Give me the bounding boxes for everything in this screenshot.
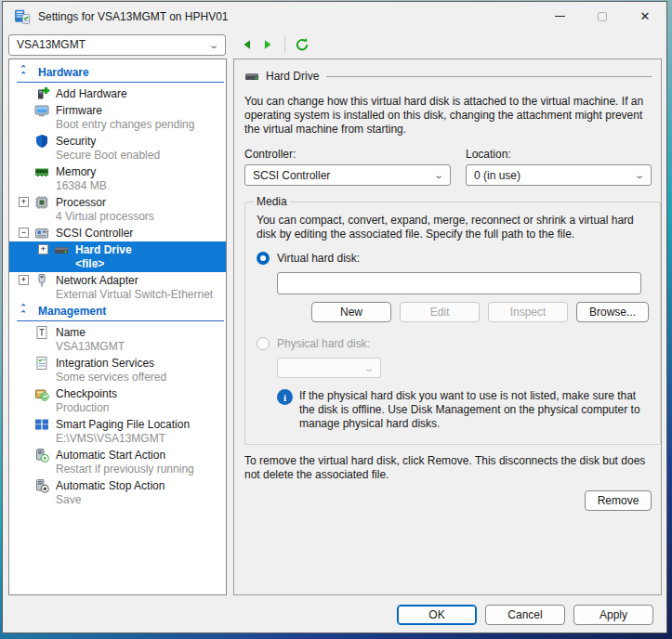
- sidebar-item-label: Name: [56, 325, 125, 340]
- sidebar-item-automatic-start-action[interactable]: +Automatic Start ActionRestart if previo…: [9, 447, 226, 477]
- close-icon: ✕: [640, 9, 651, 23]
- chevron-down-icon: ⌄: [634, 170, 645, 180]
- hyperv-settings-icon: [14, 8, 31, 25]
- sidebar-item-label: Memory: [56, 164, 107, 179]
- cancel-button[interactable]: Cancel: [485, 605, 565, 625]
- sidebar-item-checkpoints[interactable]: +CheckpointsProduction: [9, 385, 226, 416]
- location-value: 0 (in use): [474, 169, 520, 182]
- sidebar-item-label: Add Hardware: [56, 86, 127, 101]
- forward-icon: [261, 38, 274, 51]
- sidebar-item-add-hardware[interactable]: +Add Hardware: [9, 85, 226, 102]
- sidebar-item-label: Hard Drive: [75, 242, 132, 257]
- name-icon: [34, 325, 49, 340]
- hard-drive-settings-panel: Hard Drive You can change how this virtu…: [233, 59, 662, 595]
- integration-services-icon: [34, 356, 49, 371]
- new-button[interactable]: New: [311, 302, 391, 322]
- media-groupbox: Media You can compact, convert, expand, …: [244, 195, 661, 445]
- network-adapter-icon: [34, 273, 49, 288]
- media-legend: Media: [254, 195, 290, 208]
- location-select[interactable]: 0 (in use) ⌄: [466, 164, 652, 186]
- sidebar-item-sublabel: Boot entry changes pending: [56, 118, 194, 132]
- sidebar-item-processor[interactable]: +Processor4 Virtual processors: [9, 194, 226, 225]
- sidebar-item-sublabel: Save: [56, 493, 165, 507]
- sidebar-item-network-adapter[interactable]: +Network AdapterExternal Virtual Switch-…: [9, 272, 226, 303]
- remove-button[interactable]: Remove: [585, 490, 652, 511]
- sidebar-item-label: Integration Services: [56, 356, 166, 371]
- physical-hard-disk-radio: [257, 337, 270, 350]
- physical-disk-info-text: If the physical hard disk you want to us…: [299, 389, 649, 431]
- sidebar-item-label: SCSI Controller: [56, 226, 133, 241]
- intro-text: You can change how this virtual hard dis…: [244, 95, 650, 137]
- collapse-expander[interactable]: −: [19, 228, 29, 238]
- settings-navigation-tree: ⌃⌃Hardware+Add Hardware+FirmwareBoot ent…: [8, 59, 227, 595]
- maximize-button: [581, 2, 624, 31]
- virtual-hard-disk-label: Virtual hard disk:: [277, 252, 360, 265]
- sidebar-item-label: Automatic Start Action: [56, 448, 194, 463]
- navigate-back-button[interactable]: [237, 34, 257, 55]
- sidebar-item-automatic-stop-action[interactable]: +Automatic Stop ActionSave: [9, 477, 226, 508]
- chevron-down-icon: ⌄: [433, 170, 444, 180]
- sidebar-item-security[interactable]: +SecuritySecure Boot enabled: [9, 133, 226, 163]
- memory-icon: [34, 164, 49, 179]
- settings-dialog: Settings for VSA13MGMT on HPHV01 ✕ VSA13…: [2, 1, 667, 633]
- sidebar-item-label: Processor: [56, 195, 154, 210]
- window-title: Settings for VSA13MGMT on HPHV01: [38, 10, 229, 23]
- sidebar-item-name[interactable]: +NameVSA13MGMT: [9, 324, 226, 355]
- info-icon: i: [277, 389, 293, 405]
- navigate-forward-button[interactable]: [257, 34, 278, 55]
- vm-selector-combobox[interactable]: VSA13MGMT ⌄: [8, 34, 226, 56]
- controller-label: Controller:: [244, 148, 451, 161]
- sidebar-item-label: Firmware: [56, 103, 194, 118]
- sidebar-item-label: Security: [56, 134, 160, 149]
- controller-select[interactable]: SCSI Controller ⌄: [244, 164, 451, 186]
- remove-help-text: To remove the virtual hard disk, click R…: [244, 454, 659, 482]
- media-intro-text: You can compact, convert, expand, merge,…: [257, 214, 639, 241]
- ok-button[interactable]: OK: [397, 605, 477, 625]
- sidebar-section-management[interactable]: ⌃⌃Management: [17, 305, 224, 321]
- checkpoints-icon: [34, 386, 49, 401]
- sidebar-item-sublabel: 16384 MB: [56, 179, 107, 193]
- browse-button[interactable]: Browse...: [576, 302, 649, 322]
- sidebar-item-sublabel: Production: [56, 401, 117, 415]
- sidebar-item-sublabel: 4 Virtual processors: [56, 210, 154, 224]
- apply-button[interactable]: Apply: [573, 605, 653, 625]
- vm-selector-value: VSA13MGMT: [17, 38, 86, 51]
- location-label: Location:: [466, 148, 652, 161]
- hard-drive-icon: [54, 242, 69, 257]
- sidebar-item-sublabel: <file>: [75, 257, 132, 271]
- sidebar-item-label: Smart Paging File Location: [56, 417, 190, 432]
- sidebar-item-memory[interactable]: +Memory16384 MB: [9, 163, 226, 194]
- security-icon: [34, 134, 49, 149]
- close-button[interactable]: ✕: [624, 2, 666, 31]
- physical-hard-disk-select: ⌄: [277, 358, 381, 378]
- collapse-section-icon: ⌃⌃: [17, 305, 30, 318]
- physical-hard-disk-label: Physical hard disk:: [277, 337, 370, 350]
- title-bar: Settings for VSA13MGMT on HPHV01 ✕: [3, 2, 666, 31]
- sidebar-item-integration-services[interactable]: +Integration ServicesSome services offer…: [9, 355, 226, 385]
- sidebar-item-sublabel: Secure Boot enabled: [56, 149, 160, 163]
- maximize-icon: [598, 12, 607, 21]
- refresh-button[interactable]: [292, 34, 312, 55]
- chevron-down-icon: ⌄: [363, 363, 375, 373]
- sidebar-item-smart-paging-file-location[interactable]: +Smart Paging File LocationE:\VMS\VSA13M…: [9, 416, 226, 447]
- sidebar-item-sublabel: E:\VMS\VSA13MGMT: [56, 432, 190, 446]
- expand-expander[interactable]: +: [38, 244, 48, 254]
- toolbar-separator: [284, 36, 285, 53]
- expand-expander[interactable]: +: [19, 197, 29, 207]
- minimize-button[interactable]: [538, 2, 581, 31]
- sidebar-item-label: Network Adapter: [56, 273, 213, 288]
- toolbar: VSA13MGMT ⌄: [3, 31, 666, 59]
- sidebar-item-scsi-controller[interactable]: −SCSI Controller: [9, 225, 226, 241]
- expand-expander[interactable]: +: [19, 275, 29, 285]
- sidebar-section-label: Management: [38, 305, 106, 318]
- virtual-hard-disk-radio[interactable]: [257, 252, 270, 265]
- smart-paging-icon: [34, 417, 49, 432]
- virtual-hard-disk-path-input[interactable]: [277, 272, 641, 294]
- sidebar-section-hardware[interactable]: ⌃⌃Hardware: [17, 66, 224, 83]
- scsi-controller-icon: [34, 226, 49, 241]
- hard-drive-icon: [244, 69, 259, 84]
- sidebar-item-hard-drive[interactable]: +Hard Drive<file>: [9, 241, 226, 272]
- collapse-section-icon: ⌃⌃: [17, 66, 30, 79]
- edit-button: Edit: [400, 302, 480, 322]
- sidebar-item-firmware[interactable]: +FirmwareBoot entry changes pending: [9, 102, 226, 133]
